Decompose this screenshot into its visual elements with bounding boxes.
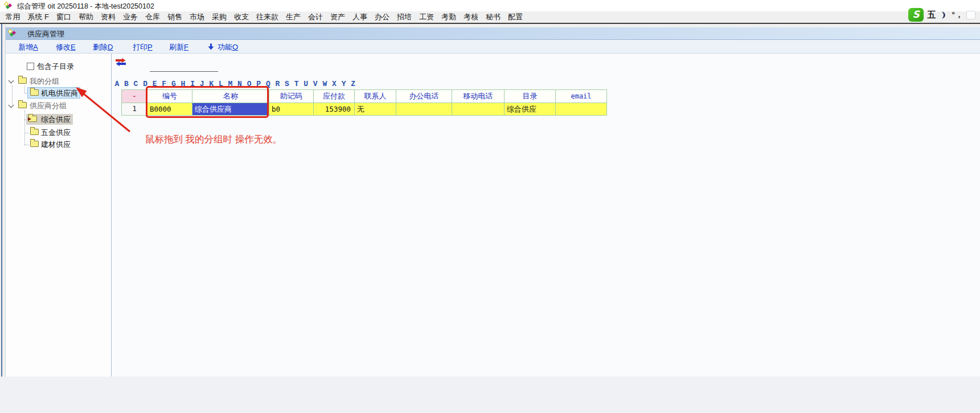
print-button[interactable]: 打印P [133,42,153,52]
menu-item-kaoqin[interactable]: 考勤 [438,11,460,23]
ime-logo-icon[interactable]: S [908,8,924,22]
alpha-letter[interactable]: V [310,80,320,88]
alpha-letter[interactable]: Z [348,80,358,88]
refresh-button[interactable]: 刷新F [169,42,188,52]
menu-item-changyong[interactable]: 常用 [2,11,24,23]
open-folder-icon [28,116,37,122]
column-header-office-phone[interactable]: 办公电话 [396,90,452,103]
app-icon [4,2,14,10]
menu-item-bangong[interactable]: 办公 [371,11,393,23]
menu-bar: 常用 系统 F 窗口 帮助 资料 业务 仓库 销售 市场 采购 收支 往来款 生… [0,11,980,23]
alpha-letter[interactable]: T [292,80,301,88]
child-window-icon [8,29,18,38]
column-header-directory[interactable]: 目录 [505,90,556,103]
screen: 综合管理 oit 20250118 - 本地-test20250102 常用 系… [0,0,980,413]
function-down-arrow-icon [208,43,214,50]
tree-connector-line [24,85,25,93]
menu-item-zichan[interactable]: 资产 [327,11,349,23]
ime-toolbar: S 五 °， [908,7,975,23]
menu-item-shichang[interactable]: 市场 [186,11,208,23]
ime-mode-toggle[interactable]: 五 [927,10,936,21]
alpha-letter[interactable]: W [320,80,330,88]
column-header-mnemonic[interactable]: 助记码 [269,90,314,103]
tree-node-jiancai-supply[interactable]: 建材供应 [41,140,71,150]
menu-item-shengchan[interactable]: 生产 [282,11,305,23]
column-header-mobile-phone[interactable]: 移动电话 [452,90,505,103]
folder-icon [18,77,27,84]
menu-item-kuaiji[interactable]: 会计 [305,11,327,23]
menu-item-zhaopei[interactable]: 招培 [393,11,416,23]
swap-arrows-icon[interactable] [115,58,126,66]
folder-icon [18,102,27,108]
cell-contact[interactable]: 无 [355,103,396,116]
cell-directory[interactable]: 综合供应 [505,103,556,116]
annotation-note-text: 鼠标拖到 我的分组时 操作无效。 [145,133,282,146]
tree-node-wujin-supply[interactable]: 五金供应 [41,128,71,138]
annotation-arrow [68,83,137,136]
menu-item-chuangkou[interactable]: 窗口 [53,11,75,23]
menu-item-yewu[interactable]: 业务 [120,11,142,23]
column-header-email[interactable]: email [556,90,607,103]
menu-item-bangzhu[interactable]: 帮助 [75,11,97,23]
tree-connector-line [12,85,13,105]
ime-moon-icon[interactable] [939,11,948,19]
folder-icon [30,141,39,147]
title-bar: 综合管理 oit 20250118 - 本地-test20250102 [0,0,980,11]
cell-mobile-phone[interactable] [452,103,505,116]
filter-input[interactable] [150,62,218,72]
menu-item-cangku[interactable]: 仓库 [142,11,164,23]
tree-node-zonghe-supply[interactable]: 综合供应 [41,115,71,125]
tree-node-my-groups[interactable]: 我的分组 [30,76,59,87]
cell-office-phone[interactable] [396,103,452,116]
folder-icon [30,89,39,96]
alpha-letter[interactable]: U [301,80,311,88]
window-frame-outer [1,24,2,377]
menu-item-xiaoshou[interactable]: 销售 [164,11,186,23]
tree-connector-line [24,145,29,145]
menu-item-caigou[interactable]: 采购 [208,11,231,23]
menu-separator-line [0,23,980,24]
window-toolbar: 新增A 修改E 删除D 打印P 刷新F 功能O [6,40,980,54]
window-title-text: 综合管理 oit 20250118 - 本地-test20250102 [17,2,154,11]
include-subdirs-checkbox[interactable] [27,63,34,70]
ime-punctuation-toggle[interactable]: °， [951,10,963,20]
tree-connector-line [24,133,29,133]
delete-button[interactable]: 删除D [93,42,113,52]
ime-keyboard-icon[interactable] [966,11,975,19]
menu-item-kaohe[interactable]: 考核 [460,11,482,23]
add-button[interactable]: 新增A [18,42,38,52]
menu-item-mishu[interactable]: 秘书 [482,11,505,23]
menu-item-renshi[interactable]: 人事 [349,11,371,23]
cell-mnemonic[interactable]: b0 [269,103,314,116]
edit-button[interactable]: 修改E [56,42,76,52]
menu-item-peizhi[interactable]: 配置 [505,11,527,23]
function-button[interactable]: 功能O [218,42,238,52]
cell-email[interactable] [556,103,607,116]
cell-payable[interactable]: 153900 [314,103,355,116]
menu-item-gongzi[interactable]: 工资 [416,11,438,23]
alpha-letter[interactable]: X [330,80,339,88]
tree-connector-line [24,111,25,145]
menu-item-xitong[interactable]: 系统 F [24,11,53,23]
child-window-title-text: 供应商管理 [27,29,64,39]
bottom-area [0,377,980,413]
menu-item-wanglaikuan[interactable]: 往来款 [253,11,282,23]
column-header-payable[interactable]: 应付款 [314,90,355,103]
annotation-highlight-box [146,86,269,118]
alpha-letter[interactable]: Y [339,80,348,88]
menu-item-ziliao[interactable]: 资料 [97,11,120,23]
alpha-letter[interactable]: S [282,80,292,88]
alpha-letter[interactable]: R [273,80,282,88]
include-subdirs-label: 包含子目录 [37,62,74,72]
folder-icon [30,129,39,135]
child-window-title-bar: 供应商管理 [6,27,980,40]
menu-item-shouzhi[interactable]: 收支 [231,11,253,23]
tree-node-supplier-groups[interactable]: 供应商分组 [30,101,67,111]
column-header-contact[interactable]: 联系人 [355,90,396,103]
